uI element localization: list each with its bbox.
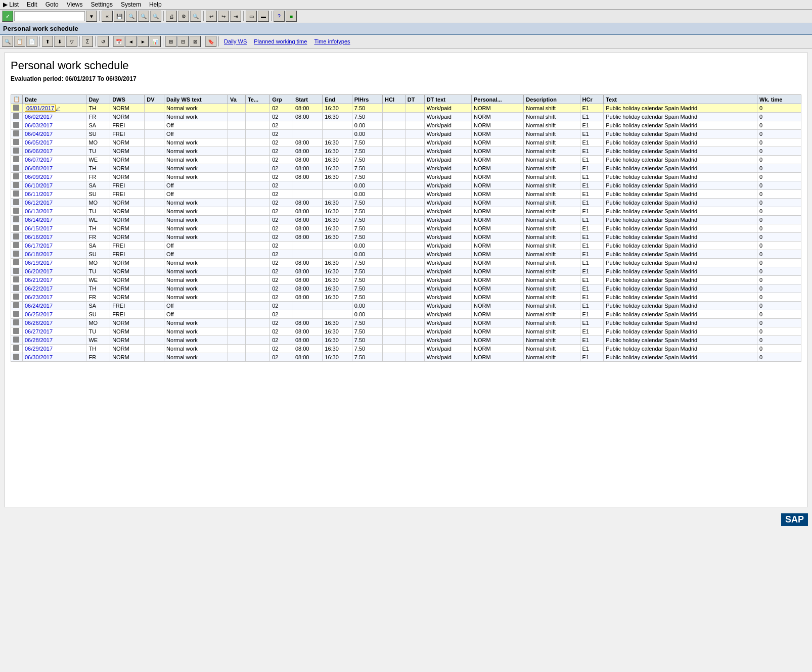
magnify-btn[interactable]: 🔍 xyxy=(2,36,13,47)
settings-btn[interactable]: ⚙ xyxy=(178,11,189,22)
table-cell[interactable]: 06/28/2017 xyxy=(23,336,86,345)
table-row[interactable]: 06/12/2017MONORMNormal work0208:0016:307… xyxy=(11,199,801,207)
col-description[interactable]: Description xyxy=(524,95,580,104)
table-cell[interactable]: 06/25/2017 xyxy=(23,310,86,319)
back-button[interactable]: ✓ xyxy=(2,11,13,22)
table-cell[interactable]: 06/22/2017 xyxy=(23,284,86,293)
table-row[interactable]: 06/10/2017SAFREIOff020.00Work/paidNORMNo… xyxy=(11,181,801,190)
sum-btn[interactable]: Σ xyxy=(82,36,93,47)
table-cell[interactable]: 06/05/2017 xyxy=(23,138,86,147)
table-row[interactable]: 06/02/2017FRNORMNormal work0208:0016:307… xyxy=(11,113,801,121)
save-button[interactable]: 💾 xyxy=(114,11,125,22)
table-cell[interactable]: 06/15/2017 xyxy=(23,224,86,233)
table-cell[interactable]: 06/19/2017 xyxy=(23,259,86,267)
table-cell[interactable]: 06/23/2017 xyxy=(23,293,86,302)
table-cell[interactable]: 06/29/2017 xyxy=(23,345,86,353)
menu-item-views[interactable]: Views xyxy=(67,1,83,8)
col-te[interactable]: Te... xyxy=(245,95,269,104)
grid-btn3[interactable]: ⊠ xyxy=(190,36,201,47)
col-dws-text[interactable]: Daily WS text xyxy=(164,95,228,104)
planned-working-time-button[interactable]: Planned working time xyxy=(251,36,310,47)
table-row[interactable]: 06/18/2017SUFREIOff020.00Work/paidNORMNo… xyxy=(11,250,801,259)
menu-item-system[interactable]: System xyxy=(121,1,141,8)
monitor-btn[interactable]: ■ xyxy=(286,11,297,22)
table-row[interactable]: 06/13/2017TUNORMNormal work0208:0016:307… xyxy=(11,207,801,216)
calendar-btn[interactable]: 📅 xyxy=(113,36,124,47)
filter-btn[interactable]: ▽ xyxy=(66,36,77,47)
time-infotypes-button[interactable]: Time infotypes xyxy=(311,36,353,47)
undo-btn[interactable]: ↩ xyxy=(206,11,217,22)
table-row[interactable]: 06/26/2017MONORMNormal work0208:0016:307… xyxy=(11,319,801,327)
table-row[interactable]: 06/01/2017🖊THNORMNormal work0208:0016:30… xyxy=(11,104,801,113)
table-scroll-area[interactable]: 📋 Date Day DWS DV Daily WS text Va Te...… xyxy=(11,90,801,362)
right-btn[interactable]: ► xyxy=(138,36,149,47)
table-row[interactable]: 06/03/2017SAFREIOff020.00Work/paidNORMNo… xyxy=(11,121,801,130)
tree-btn1[interactable]: 📋 xyxy=(14,36,25,47)
table-row[interactable]: 06/07/2017WENORMNormal work0208:0016:307… xyxy=(11,156,801,164)
table-cell[interactable]: 06/27/2017 xyxy=(23,327,86,336)
col-va[interactable]: Va xyxy=(228,95,245,104)
menu-item-help[interactable]: Help xyxy=(149,1,162,8)
left-btn[interactable]: ◄ xyxy=(125,36,137,47)
table-cell[interactable]: 06/04/2017 xyxy=(23,130,86,138)
table-row[interactable]: 06/09/2017FRNORMNormal work0208:0016:307… xyxy=(11,173,801,181)
table-cell[interactable]: 06/17/2017 xyxy=(23,242,86,250)
variant-btn[interactable]: 🔖 xyxy=(205,36,216,47)
refresh-btn[interactable]: ↺ xyxy=(98,36,109,47)
command-field[interactable] xyxy=(14,11,85,21)
chart-btn[interactable]: 📊 xyxy=(150,36,161,47)
search-btn3[interactable]: 🔍 xyxy=(150,11,161,22)
daily-ws-button[interactable]: Daily WS xyxy=(221,36,250,47)
table-row[interactable]: 06/05/2017MONORMNormal work0208:0016:307… xyxy=(11,138,801,147)
table-row[interactable]: 06/14/2017WENORMNormal work0208:0016:307… xyxy=(11,216,801,224)
nav-btn3[interactable]: ⇥ xyxy=(230,11,241,22)
menu-item-edit[interactable]: Edit xyxy=(27,1,37,8)
table-cell[interactable]: 06/06/2017 xyxy=(23,147,86,156)
col-date[interactable]: Date xyxy=(23,95,86,104)
table-cell[interactable]: 06/16/2017 xyxy=(23,233,86,242)
grid-btn1[interactable]: ⊞ xyxy=(165,36,176,47)
search-btn2[interactable]: 🔍 xyxy=(138,11,149,22)
table-cell[interactable]: 06/03/2017 xyxy=(23,121,86,130)
sort-asc-btn[interactable]: ⬆ xyxy=(42,36,53,47)
table-cell[interactable]: 06/26/2017 xyxy=(23,319,86,327)
col-hcr[interactable]: HCr xyxy=(580,95,604,104)
find-btn[interactable]: 🔍 xyxy=(190,11,201,22)
window-btn1[interactable]: ▭ xyxy=(246,11,257,22)
table-row[interactable]: 06/11/2017SUFREIOff020.00Work/paidNORMNo… xyxy=(11,190,801,199)
table-row[interactable]: 06/17/2017SAFREIOff020.00Work/paidNORMNo… xyxy=(11,242,801,250)
sort-desc-btn[interactable]: ⬇ xyxy=(54,36,65,47)
col-dws[interactable]: DWS xyxy=(110,95,145,104)
window-btn2[interactable]: ▬ xyxy=(258,11,269,22)
print-btn[interactable]: 🖨 xyxy=(166,11,177,22)
table-cell[interactable]: 06/14/2017 xyxy=(23,216,86,224)
table-cell[interactable]: 06/12/2017 xyxy=(23,199,86,207)
search-btn1[interactable]: 🔍 xyxy=(126,11,137,22)
redo-btn[interactable]: ↪ xyxy=(218,11,229,22)
table-row[interactable]: 06/22/2017THNORMNormal work0208:0016:307… xyxy=(11,284,801,293)
col-text[interactable]: Text xyxy=(604,95,757,104)
table-row[interactable]: 06/21/2017WENORMNormal work0208:0016:307… xyxy=(11,276,801,284)
col-plhrs[interactable]: PlHrs xyxy=(352,95,382,104)
table-row[interactable]: 06/23/2017FRNORMNormal work0208:0016:307… xyxy=(11,293,801,302)
table-cell[interactable]: 06/30/2017 xyxy=(23,353,86,362)
dropdown-button[interactable]: ▼ xyxy=(86,11,97,22)
table-cell[interactable]: 06/02/2017 xyxy=(23,113,86,121)
grid-btn2[interactable]: ⊟ xyxy=(177,36,189,47)
nav-prev-button[interactable]: « xyxy=(102,11,113,22)
table-cell[interactable]: 06/13/2017 xyxy=(23,207,86,216)
table-row[interactable]: 06/27/2017TUNORMNormal work0208:0016:307… xyxy=(11,327,801,336)
menu-item-list[interactable]: ▶ List xyxy=(3,1,19,8)
table-cell[interactable]: 06/08/2017 xyxy=(23,164,86,173)
table-cell[interactable]: 06/18/2017 xyxy=(23,250,86,259)
col-dv[interactable]: DV xyxy=(145,95,164,104)
col-start[interactable]: Start xyxy=(293,95,322,104)
table-row[interactable]: 06/15/2017THNORMNormal work0208:0016:307… xyxy=(11,224,801,233)
table-cell[interactable]: 06/07/2017 xyxy=(23,156,86,164)
table-cell[interactable]: 06/20/2017 xyxy=(23,267,86,276)
table-row[interactable]: 06/06/2017TUNORMNormal work0208:0016:307… xyxy=(11,147,801,156)
table-cell[interactable]: 06/11/2017 xyxy=(23,190,86,199)
col-grp[interactable]: Grp xyxy=(270,95,293,104)
col-dt[interactable]: DT xyxy=(405,95,424,104)
table-row[interactable]: 06/30/2017FRNORMNormal work0208:0016:307… xyxy=(11,353,801,362)
